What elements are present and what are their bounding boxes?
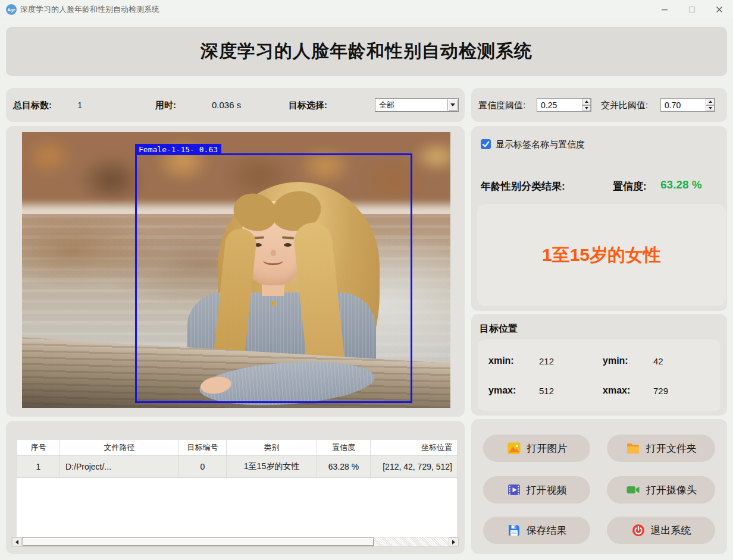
image-icon — [506, 441, 522, 455]
application-window: Age 深度学习的人脸年龄和性别自动检测系统 深度学习的人脸年龄和性别自动检测系… — [0, 0, 733, 560]
ymax-label: ymax: — [488, 385, 516, 396]
bounding-box-label: Female-1-15- 0.63 — [135, 144, 221, 155]
results-table: 序号 文件路径 目标编号 类别 置信度 坐标位置 1 D:/Project/..… — [17, 440, 457, 537]
exit-system-button[interactable]: 退出系统 — [607, 517, 715, 544]
cell-position: [212, 42, 729, 512] — [371, 455, 458, 477]
target-select-value: 全部 — [379, 99, 394, 111]
scroll-left-button[interactable] — [12, 537, 22, 546]
target-position-box: xmin: 212 ymin: 42 ymax: 512 xmax: 729 — [478, 339, 721, 411]
show-labels-checkbox[interactable] — [481, 139, 491, 149]
minimize-button[interactable] — [651, 0, 678, 19]
exit-system-label: 退出系统 — [651, 524, 691, 537]
spin-down-button[interactable] — [706, 105, 715, 112]
minimize-icon — [661, 6, 668, 13]
elapsed-time-value: 0.036 s — [212, 100, 241, 110]
save-results-button[interactable]: 保存结果 — [483, 517, 590, 544]
total-targets-value: 1 — [77, 100, 82, 110]
open-folder-button[interactable]: 打开文件夹 — [607, 435, 715, 462]
open-video-button[interactable]: 打开视频 — [483, 476, 590, 504]
classification-result-text: 1至15岁的女性 — [542, 243, 661, 268]
spin-up-button[interactable] — [706, 99, 715, 105]
cell-class: 1至15岁的女性 — [227, 455, 317, 477]
confidence-threshold-label: 置信度阈值: — [478, 100, 525, 111]
confidence-threshold-input[interactable] — [537, 99, 582, 111]
open-image-label: 打开图片 — [527, 442, 568, 455]
total-targets-label: 总目标数: — [13, 100, 52, 111]
col-header-filepath[interactable]: 文件路径 — [60, 440, 179, 455]
show-labels-checkbox-label[interactable]: 显示标签名称与置信度 — [496, 139, 585, 149]
elapsed-time-label: 用时: — [155, 100, 176, 111]
save-icon — [507, 523, 521, 537]
dropdown-arrow-button[interactable] — [447, 99, 458, 111]
classification-result-label: 年龄性别分类结果: — [481, 180, 565, 193]
open-camera-button[interactable]: 打开摄像头 — [607, 476, 715, 504]
scrollbar-track[interactable] — [374, 537, 450, 546]
col-header-target-id[interactable]: 目标编号 — [179, 440, 227, 455]
target-select-label: 目标选择: — [289, 100, 327, 111]
save-results-label: 保存结果 — [527, 524, 567, 537]
image-viewer-panel: Female-1-15- 0.63 — [6, 126, 465, 417]
app-icon: Age — [6, 4, 17, 15]
power-icon — [631, 523, 646, 537]
open-video-label: 打开视频 — [527, 483, 567, 497]
spin-down-icon — [709, 107, 712, 109]
cell-index: 1 — [17, 455, 60, 477]
table-row[interactable]: 1 D:/Project/... 0 1至15岁的女性 63.28 % [212… — [17, 455, 458, 477]
target-select-dropdown[interactable]: 全部 — [375, 98, 459, 112]
spin-up-icon — [585, 100, 588, 103]
ymax-value: 512 — [539, 386, 554, 396]
photo-viewer: Female-1-15- 0.63 — [22, 132, 450, 408]
col-header-index[interactable]: 序号 — [17, 440, 60, 455]
thresholds-panel: 置信度阈值: 交并比阈值: — [471, 88, 727, 122]
horizontal-scrollbar[interactable] — [11, 537, 459, 547]
target-position-title: 目标位置 — [480, 323, 518, 335]
xmax-value: 729 — [653, 386, 668, 396]
spin-down-button[interactable] — [582, 105, 591, 112]
scroll-right-icon — [452, 540, 455, 545]
xmin-label: xmin: — [488, 355, 514, 366]
iou-threshold-input[interactable] — [661, 99, 706, 111]
col-header-position[interactable]: 坐标位置 — [371, 440, 458, 455]
open-camera-label: 打开摄像头 — [646, 483, 697, 497]
camera-icon — [625, 483, 641, 497]
open-image-button[interactable]: 打开图片 — [483, 435, 590, 462]
target-position-panel: 目标位置 xmin: 212 ymin: 42 ymax: 512 xmax: … — [471, 314, 727, 416]
ymin-value: 42 — [653, 356, 663, 366]
detection-result-panel: 显示标签名称与置信度 年龄性别分类结果: 置信度: 63.28 % 1至15岁的… — [471, 126, 727, 311]
col-header-confidence[interactable]: 置信度 — [317, 440, 371, 455]
cell-target-id: 0 — [179, 455, 227, 477]
confidence-value: 63.28 % — [660, 178, 702, 191]
spin-down-icon — [585, 107, 588, 109]
cell-filepath: D:/Project/... — [60, 455, 179, 477]
close-button[interactable] — [706, 0, 733, 19]
table-header-row: 序号 文件路径 目标编号 类别 置信度 坐标位置 — [17, 440, 458, 455]
xmin-value: 212 — [539, 356, 554, 366]
confidence-threshold-spinbox[interactable] — [537, 98, 591, 112]
close-icon — [716, 6, 723, 13]
confidence-label: 置信度: — [613, 180, 647, 193]
classification-result-box: 1至15岁的女性 — [477, 204, 726, 306]
scroll-left-icon — [15, 540, 18, 545]
scroll-right-button[interactable] — [449, 537, 459, 546]
results-table-panel: 序号 文件路径 目标编号 类别 置信度 坐标位置 1 D:/Project/..… — [6, 421, 465, 554]
window-title: 深度学习的人脸年龄和性别自动检测系统 — [20, 0, 159, 19]
banner: 深度学习的人脸年龄和性别自动检测系统 — [6, 27, 727, 76]
xmax-label: xmax: — [603, 385, 630, 396]
title-bar: Age 深度学习的人脸年龄和性别自动检测系统 — [0, 0, 733, 19]
folder-icon — [625, 441, 641, 455]
spin-up-icon — [709, 100, 712, 103]
iou-threshold-label: 交并比阈值: — [601, 100, 648, 111]
action-buttons-panel: 打开图片 打开文件夹 打开视频 打开摄像 — [471, 419, 727, 554]
checkmark-icon — [481, 139, 491, 149]
chevron-down-icon — [450, 103, 455, 106]
scrollbar-thumb[interactable] — [22, 537, 374, 546]
spin-up-button[interactable] — [582, 99, 591, 105]
cell-confidence: 63.28 % — [317, 455, 371, 477]
maximize-button[interactable] — [678, 0, 706, 19]
detection-bounding-box: Female-1-15- 0.63 — [135, 153, 412, 403]
col-header-class[interactable]: 类别 — [227, 440, 317, 455]
open-folder-label: 打开文件夹 — [646, 442, 697, 455]
video-icon — [507, 483, 521, 497]
iou-threshold-spinbox[interactable] — [660, 98, 715, 112]
page-title: 深度学习的人脸年龄和性别自动检测系统 — [201, 39, 532, 64]
